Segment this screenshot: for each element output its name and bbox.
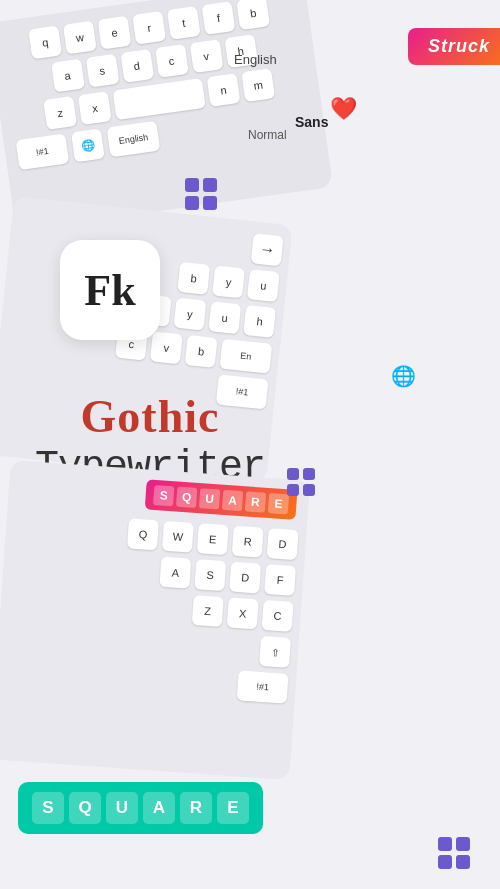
key[interactable]: f (202, 1, 236, 35)
gothic-text: Gothic (81, 390, 220, 443)
key[interactable]: r (132, 11, 166, 45)
key[interactable]: Z (192, 595, 224, 627)
key[interactable]: e (98, 16, 132, 50)
keyboard-bottom-right: S Q U A R E Q W E R D A S D F Z X C (0, 460, 310, 780)
app-dots-icon-bottom (438, 837, 470, 869)
normal-label: Normal (248, 128, 287, 142)
key[interactable]: x (78, 91, 112, 125)
key[interactable]: b (236, 0, 270, 30)
key[interactable]: t (167, 6, 201, 40)
key[interactable]: D (229, 562, 261, 594)
square-label-bottom: S Q U A R E (18, 782, 263, 834)
app-icon: Fk (60, 240, 160, 340)
sans-label: Sans (295, 114, 328, 130)
key[interactable]: R (232, 526, 264, 558)
sq-e: E (217, 792, 249, 824)
globe-icon-right: 🌐 (391, 364, 416, 388)
english-label: English (234, 52, 277, 67)
key[interactable]: a (51, 59, 85, 93)
key[interactable]: F (264, 564, 296, 596)
key[interactable]: y (173, 298, 206, 331)
sq-u: U (106, 792, 138, 824)
key[interactable]: s (85, 54, 119, 88)
key[interactable]: E (197, 523, 229, 555)
key[interactable]: → (251, 233, 284, 266)
key[interactable]: y (212, 265, 245, 298)
emoji-heart: ❤️ (330, 96, 357, 122)
key[interactable]: h (243, 305, 276, 338)
key[interactable]: v (189, 39, 223, 73)
key[interactable]: b (185, 335, 218, 368)
key[interactable]: u (208, 301, 241, 334)
keyboard-top-left: q w e r t f b a s d c v h z x n m !#1 🌐 … (0, 0, 333, 231)
special-key[interactable]: !#1 (237, 670, 289, 703)
key[interactable]: Q (127, 518, 159, 550)
key[interactable]: D (267, 528, 299, 560)
key[interactable]: w (63, 21, 97, 55)
sq-q: Q (69, 792, 101, 824)
sq-r: R (180, 792, 212, 824)
struck-badge: Struck (408, 28, 500, 65)
key[interactable]: A (159, 557, 191, 589)
key[interactable]: v (150, 331, 183, 364)
space-key[interactable] (113, 78, 206, 120)
key[interactable]: c (155, 44, 189, 78)
key[interactable]: En (219, 339, 272, 374)
key[interactable]: W (162, 521, 194, 553)
app-dots-icon-top (185, 178, 217, 210)
key[interactable]: u (247, 269, 280, 302)
key[interactable]: X (227, 597, 259, 629)
special-key[interactable]: !#1 (16, 133, 70, 170)
key[interactable]: C (262, 600, 294, 632)
shift-key[interactable]: ⇧ (259, 636, 291, 668)
square-label-keyboard: S Q U A R E (145, 479, 298, 519)
globe-key[interactable]: 🌐 (71, 128, 105, 162)
key[interactable]: q (28, 25, 62, 59)
key[interactable]: z (43, 96, 77, 130)
sq-a: A (143, 792, 175, 824)
key[interactable]: b (177, 262, 210, 295)
sq-s: S (32, 792, 64, 824)
key[interactable]: n (207, 73, 241, 107)
key[interactable]: S (194, 559, 226, 591)
key[interactable]: d (120, 49, 154, 83)
english-key[interactable]: English (107, 121, 161, 158)
key[interactable]: m (241, 68, 275, 102)
app-dots-icon-mid (287, 468, 315, 496)
